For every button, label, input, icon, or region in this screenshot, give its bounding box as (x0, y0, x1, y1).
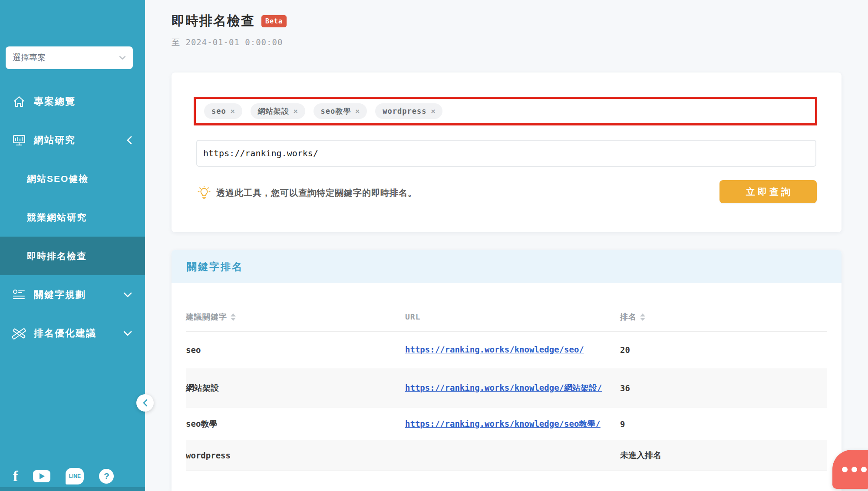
optimize-tools-icon (11, 326, 27, 341)
rank-cell: 未進入排名 (620, 440, 827, 471)
sidebar-item-competitor-research[interactable]: 競業網站研究 (0, 198, 145, 237)
remove-tag-icon[interactable]: × (431, 108, 435, 115)
remove-tag-icon[interactable]: × (294, 108, 298, 115)
keyword-tag-website-building[interactable]: 網站架設 × (251, 103, 305, 119)
keyword-plan-icon (11, 287, 27, 303)
facebook-icon[interactable]: f (13, 468, 18, 484)
dot-icon (851, 467, 857, 472)
ranking-table: 建議關鍵字 URL 排名 (186, 283, 827, 471)
sidebar-item-site-research[interactable]: 網站研究 (0, 121, 145, 159)
sidebar-item-label: 即時排名檢查 (27, 250, 87, 262)
table-row: seo教學 https://ranking.works/knowledge/se… (186, 408, 827, 440)
result-url-link[interactable]: https://ranking.works/knowledge/seo/ (405, 345, 584, 354)
query-now-button[interactable]: 立即查詢 (719, 180, 817, 203)
rank-cell: 9 (620, 408, 827, 440)
keyword-ranking-card: 關鍵字排名 建議關鍵字 URL (172, 250, 842, 491)
table-row: seo https://ranking.works/knowledge/seo/… (186, 332, 827, 368)
column-label: 排名 (620, 312, 637, 322)
sidebar-item-label: 關鍵字規劃 (34, 288, 86, 301)
dot-icon (861, 467, 867, 472)
rank-check-form-card: seo × 網站架設 × seo教學 × wordpress × (172, 72, 842, 232)
keyword-tag-seo[interactable]: seo × (204, 103, 242, 119)
column-header-url: URL (405, 283, 620, 332)
results-section-title: 關鍵字排名 (187, 260, 243, 274)
help-icon[interactable]: ? (99, 469, 114, 484)
keyword-tag-label: seo (211, 107, 226, 115)
youtube-icon[interactable] (33, 470, 50, 482)
column-label: 建議關鍵字 (186, 312, 227, 322)
tip-row: 透過此工具，您可以查詢特定關鍵字的即時排名。 (198, 181, 417, 204)
keyword-cell: seo (186, 332, 405, 368)
keyword-tags-box-annotated: seo × 網站架設 × seo教學 × wordpress × (194, 97, 817, 125)
sidebar-item-label: 網站研究 (34, 134, 76, 147)
chevron-down-icon (123, 292, 132, 297)
tip-text: 透過此工具，您可以查詢特定關鍵字的即時排名。 (216, 187, 417, 199)
sidebar-item-label: 專案總覽 (34, 95, 76, 108)
keyword-tag-label: 網站架設 (258, 106, 289, 116)
rank-cell: 20 (620, 332, 827, 368)
project-select-placeholder: 選擇專案 (13, 52, 46, 63)
sidebar-menu: 專案總覽 網站研究 網站SEO健檢 競業網站研究 即時排名檢查 (0, 82, 145, 353)
result-url-link[interactable]: https://ranking.works/knowledge/網站架設/ (405, 383, 602, 392)
column-label: URL (405, 312, 421, 321)
sidebar-item-project-overview[interactable]: 專案總覽 (0, 82, 145, 121)
sort-icon[interactable] (640, 313, 645, 321)
project-select[interactable]: 選擇專案 (6, 46, 133, 69)
page-title: 即時排名檢查 (172, 12, 255, 30)
keyword-cell: wordpress (186, 440, 405, 471)
sidebar-item-seo-health-check[interactable]: 網站SEO健檢 (0, 159, 145, 198)
line-icon[interactable]: LINE (66, 468, 84, 484)
sidebar-item-label: 排名優化建議 (34, 327, 96, 340)
keyword-tag-wordpress[interactable]: wordpress × (375, 103, 442, 119)
keyword-tag-seo-tutorial[interactable]: seo教學 × (314, 103, 367, 119)
sidebar-item-realtime-rank-check[interactable]: 即時排名檢查 (0, 237, 145, 275)
lightbulb-icon (198, 186, 211, 200)
remove-tag-icon[interactable]: × (355, 108, 360, 115)
monitor-chart-icon (11, 132, 27, 148)
sidebar-item-rank-optimization[interactable]: 排名優化建議 (0, 314, 145, 353)
page-header: 即時排名檢查 Beta 至 2024-01-01 0:00:00 (172, 12, 287, 48)
target-url-input[interactable] (196, 140, 816, 167)
sidebar: 選擇專案 專案總覽 網站研究 (0, 0, 145, 491)
query-date: 至 2024-01-01 0:00:00 (172, 37, 287, 48)
sidebar-item-label: 網站SEO健檢 (27, 173, 89, 185)
column-header-rank[interactable]: 排名 (620, 283, 827, 332)
sidebar-item-keyword-planning[interactable]: 關鍵字規劃 (0, 275, 145, 314)
sidebar-bottom-strip (0, 487, 145, 491)
rank-cell: 36 (620, 368, 827, 408)
dot-icon (842, 467, 848, 472)
remove-tag-icon[interactable]: × (231, 108, 235, 115)
result-url-link[interactable]: https://ranking.works/knowledge/seo教學/ (405, 419, 601, 428)
column-header-keyword[interactable]: 建議關鍵字 (186, 283, 405, 332)
keyword-cell: 網站架設 (186, 368, 405, 408)
social-links: f LINE ? (13, 465, 126, 487)
sidebar-item-label: 競業網站研究 (27, 211, 87, 224)
home-icon (11, 94, 27, 109)
chevron-left-icon (127, 136, 132, 145)
ranking-table-wrap: 建議關鍵字 URL 排名 (172, 283, 842, 471)
table-row: wordpress 未進入排名 (186, 440, 827, 471)
sort-icon[interactable] (231, 313, 236, 321)
sidebar-collapse-button[interactable] (136, 394, 154, 412)
chat-more-fab[interactable] (832, 450, 868, 489)
keyword-tag-label: seo教學 (321, 106, 351, 116)
results-section-header: 關鍵字排名 (172, 250, 842, 283)
table-row: 網站架設 https://ranking.works/knowledge/網站架… (186, 368, 827, 408)
keyword-cell: seo教學 (186, 408, 405, 440)
main-content: 即時排名檢查 Beta 至 2024-01-01 0:00:00 seo × 網… (145, 0, 868, 491)
empty-url-cell (405, 440, 620, 471)
keyword-tag-label: wordpress (383, 107, 426, 115)
chevron-down-icon (123, 331, 132, 336)
chevron-down-icon (119, 56, 126, 60)
beta-badge: Beta (261, 15, 287, 27)
